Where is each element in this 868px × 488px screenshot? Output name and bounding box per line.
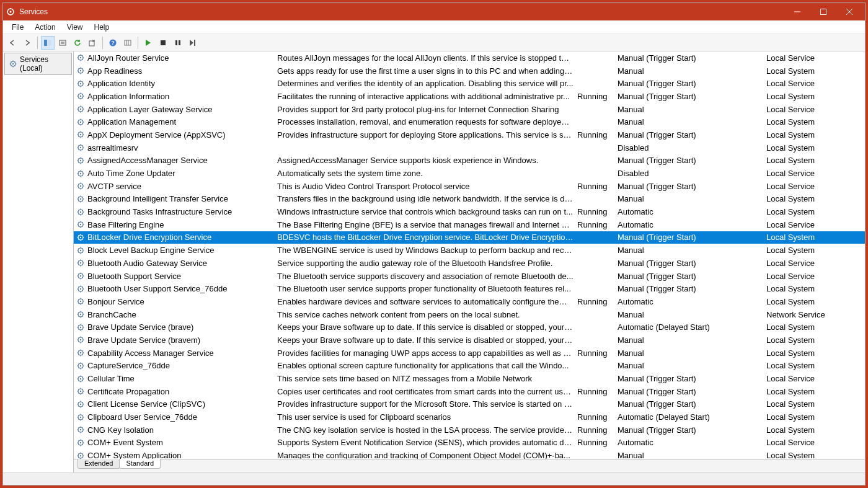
- gear-icon: [76, 387, 87, 396]
- gear-icon: [76, 195, 87, 203]
- svg-point-57: [80, 314, 81, 315]
- service-row[interactable]: AVCTP serviceThis is Audio Video Control…: [74, 180, 865, 193]
- service-row[interactable]: Certificate PropagationCopies user certi…: [74, 385, 865, 398]
- help-button[interactable]: ?: [106, 36, 120, 50]
- show-hide-tree-button[interactable]: [41, 36, 55, 50]
- service-row[interactable]: Application IdentityDetermines and verif…: [74, 77, 865, 90]
- service-row[interactable]: Bluetooth Audio Gateway ServiceService s…: [74, 257, 865, 270]
- svg-rect-11: [175, 40, 177, 45]
- stop-service-button[interactable]: [156, 36, 170, 50]
- svg-point-1: [10, 11, 12, 13]
- pause-service-button[interactable]: [171, 36, 185, 50]
- export-button[interactable]: [86, 36, 99, 50]
- service-row[interactable]: CaptureService_76ddeEnables optional scr…: [74, 360, 865, 373]
- service-row[interactable]: Background Intelligent Transfer ServiceT…: [74, 193, 865, 206]
- svg-point-63: [80, 352, 81, 353]
- back-button[interactable]: [6, 36, 19, 50]
- service-startup-type: Manual: [618, 310, 766, 319]
- service-startup-type: Automatic: [618, 297, 766, 306]
- titlebar[interactable]: Services: [3, 3, 865, 20]
- menu-view[interactable]: View: [62, 22, 88, 33]
- service-row[interactable]: Background Tasks Infrastructure ServiceW…: [74, 205, 865, 218]
- svg-point-41: [80, 211, 81, 212]
- service-row[interactable]: asrrealtimesrvDisabledLocal System: [74, 141, 865, 154]
- service-row[interactable]: Bluetooth Support ServiceThe Bluetooth s…: [74, 270, 865, 283]
- gear-icon: [76, 208, 87, 216]
- service-name: Capability Access Manager Service: [87, 348, 277, 358]
- service-startup-type: Automatic (Delayed Start): [618, 412, 766, 422]
- service-row[interactable]: Cellular TimeThis service sets time base…: [74, 372, 865, 385]
- gear-icon: [76, 143, 87, 152]
- tab-standard[interactable]: Standard: [119, 459, 161, 469]
- service-description: The Base Filtering Engine (BFE) is a ser…: [277, 220, 577, 229]
- gear-icon: [76, 451, 87, 459]
- service-row[interactable]: Client License Service (ClipSVC)Provides…: [74, 398, 865, 411]
- service-description: Provides support for 3rd party protocol …: [277, 105, 577, 114]
- service-startup-type: Manual: [618, 66, 766, 76]
- service-row[interactable]: COM+ Event SystemSupports System Event N…: [74, 437, 865, 450]
- gear-icon: [76, 79, 87, 88]
- service-row[interactable]: COM+ System ApplicationManages the confi…: [74, 449, 865, 459]
- service-row[interactable]: AllJoyn Router ServiceRoutes AllJoyn mes…: [74, 51, 865, 64]
- service-startup-type: Manual (Trigger Start): [618, 387, 766, 396]
- close-button[interactable]: [836, 3, 862, 20]
- refresh-button[interactable]: [71, 36, 84, 50]
- service-description: Provides infrastructure support for depl…: [277, 130, 577, 140]
- gear-icon: [76, 438, 87, 447]
- service-description: Provides infrastructure support for the …: [277, 399, 577, 409]
- svg-point-17: [80, 57, 81, 58]
- service-row[interactable]: BitLocker Drive Encryption ServiceBDESVC…: [74, 231, 865, 244]
- service-row[interactable]: Block Level Backup Engine ServiceThe WBE…: [74, 244, 865, 257]
- service-row[interactable]: Base Filtering EngineThe Base Filtering …: [74, 218, 865, 231]
- service-name: asrrealtimesrv: [87, 143, 277, 153]
- column-button[interactable]: [121, 36, 135, 50]
- toolbar: ?: [3, 34, 865, 51]
- properties-button[interactable]: [56, 36, 69, 50]
- tree-pane[interactable]: Services (Local): [3, 51, 74, 472]
- menu-action[interactable]: Action: [30, 22, 60, 33]
- service-row[interactable]: App ReadinessGets apps ready for use the…: [74, 64, 865, 78]
- service-row[interactable]: BranchCacheThis service caches network c…: [74, 308, 865, 321]
- services-icon: [6, 7, 16, 17]
- service-status: Running: [577, 207, 618, 216]
- service-startup-type: Manual: [618, 246, 766, 255]
- restart-service-button[interactable]: [186, 36, 200, 50]
- service-name: Cellular Time: [87, 374, 277, 383]
- svg-point-15: [12, 63, 14, 64]
- service-name: Bluetooth Support Service: [87, 272, 277, 281]
- service-row[interactable]: Application ManagementProcesses installa…: [74, 115, 865, 128]
- service-row[interactable]: Application InformationFacilitates the r…: [74, 90, 865, 103]
- services-list[interactable]: AllJoyn Router ServiceRoutes AllJoyn mes…: [74, 51, 865, 459]
- service-row[interactable]: Clipboard User Service_76ddeThis user se…: [74, 410, 865, 424]
- separator: [37, 37, 38, 49]
- maximize-button[interactable]: [810, 3, 836, 20]
- minimize-button[interactable]: [784, 3, 810, 20]
- start-service-button[interactable]: [141, 36, 155, 50]
- tree-item-services-local[interactable]: Services (Local): [4, 53, 72, 75]
- menu-help[interactable]: Help: [89, 22, 115, 33]
- service-row[interactable]: Brave Update Service (brave)Keeps your B…: [74, 321, 865, 334]
- svg-point-59: [80, 327, 81, 328]
- service-row[interactable]: AppX Deployment Service (AppXSVC)Provide…: [74, 128, 865, 141]
- service-row[interactable]: Auto Time Zone UpdaterAutomatically sets…: [74, 167, 865, 180]
- svg-point-19: [80, 70, 81, 71]
- service-description: The WBENGINE service is used by Windows …: [277, 246, 577, 255]
- service-row[interactable]: CNG Key IsolationThe CNG key isolation s…: [74, 424, 865, 437]
- service-row[interactable]: AssignedAccessManager ServiceAssignedAcc…: [74, 154, 865, 167]
- service-description: AssignedAccessManager Service supports k…: [277, 156, 577, 165]
- service-logon-as: Local System: [766, 425, 865, 435]
- forward-button[interactable]: [20, 36, 34, 50]
- service-row[interactable]: Brave Update Service (bravem)Keeps your …: [74, 334, 865, 347]
- menu-file[interactable]: File: [7, 22, 29, 33]
- service-row[interactable]: Application Layer Gateway ServiceProvide…: [74, 103, 865, 116]
- tab-extended[interactable]: Extended: [78, 459, 120, 469]
- gear-icon: [76, 400, 87, 409]
- service-row[interactable]: Bluetooth User Support Service_76ddeThe …: [74, 282, 865, 295]
- service-row[interactable]: Bonjour ServiceEnables hardware devices …: [74, 295, 865, 308]
- service-startup-type: Disabled: [618, 143, 766, 153]
- service-logon-as: Network Service: [766, 310, 865, 319]
- menubar: File Action View Help: [3, 20, 865, 34]
- service-startup-type: Manual: [618, 348, 766, 358]
- service-row[interactable]: Capability Access Manager ServiceProvide…: [74, 347, 865, 360]
- service-logon-as: Local Service: [766, 259, 865, 268]
